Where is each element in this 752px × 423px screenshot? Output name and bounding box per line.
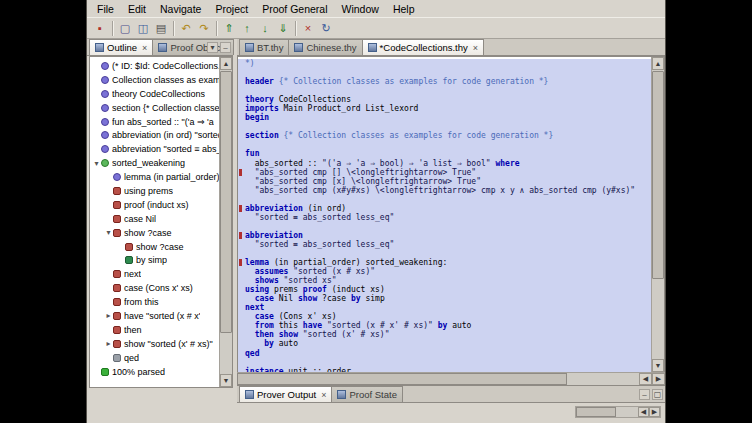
new-file-icon[interactable]: ▢ [116,19,134,37]
code-line[interactable]: "sorted ≡ abs_sorted less_eq" [238,213,651,222]
outline-item[interactable]: fun abs_sorted :: "('a ⇒ 'a [90,115,219,129]
outline-item[interactable]: show ?case [90,240,219,254]
menu-edit[interactable]: Edit [121,2,153,16]
code-line[interactable]: abbreviation [238,231,651,240]
scroll-left-icon[interactable]: ◀ [638,407,649,417]
view-tab-outline[interactable]: Outline× [89,39,153,55]
outline-item[interactable]: by simp [90,253,219,267]
outline-item[interactable]: next [90,267,219,281]
minimize-view-icon[interactable]: – [220,42,231,53]
scroll-up-icon[interactable]: ▲ [652,57,664,70]
minimize-view-icon[interactable]: – [639,389,650,400]
editor-vscrollbar[interactable]: ▲ ▼ [651,57,664,372]
code-line[interactable] [238,68,651,77]
outline-item[interactable]: case Nil [90,212,219,226]
code-line[interactable]: case Nil show ?case by simp [238,294,651,303]
outline-scrollbar[interactable]: ▲ ▼ [219,57,232,387]
code-line[interactable]: using prems proof (induct xs) [238,285,651,294]
outline-scroll-track[interactable] [220,70,232,374]
outline-item[interactable]: 100% parsed [90,365,219,379]
code-line[interactable] [238,249,651,258]
code-line[interactable] [238,140,651,149]
scroll-down-icon[interactable]: ▼ [220,374,232,387]
code-line[interactable]: from this have "sorted (x # x' # xs)" by… [238,321,651,330]
code-line[interactable]: lemma (in partial_order) sorted_weakenin… [238,258,651,267]
save-icon[interactable]: ◫ [134,19,152,37]
menu-window[interactable]: Window [335,2,386,16]
editor-tab-codecollections-thy[interactable]: *CodeCollections.thy× [362,39,484,55]
scroll-down-icon[interactable]: ▼ [652,359,664,372]
code-line[interactable] [238,86,651,95]
outline-item[interactable]: then [90,323,219,337]
code-line[interactable] [238,222,651,231]
menu-project[interactable]: Project [208,2,255,16]
print-icon[interactable]: ▤ [152,19,170,37]
close-icon[interactable]: × [321,390,326,400]
toggle-icon[interactable]: ▾ [92,159,101,168]
code-line[interactable]: shows "sorted xs" [238,276,651,285]
scroll-right-icon[interactable]: ▶ [652,373,665,385]
code-line[interactable]: abs_sorted :: "('a ⇒ 'a ⇒ bool) ⇒ 'a lis… [238,159,651,168]
outline-item[interactable]: abbreviation "sorted ≡ abs_s [90,142,219,156]
code-line[interactable]: qed [238,349,651,358]
outline-item[interactable]: section {* Collection classes [90,101,219,115]
code-line[interactable]: imports Main Product_ord List_lexord [238,104,651,113]
code-line[interactable]: by auto [238,339,651,348]
editor-scroll-track[interactable] [652,70,664,359]
undo-icon[interactable]: ↶ [177,19,195,37]
code-line[interactable] [238,195,651,204]
view-menu-icon[interactable]: ▾ [207,42,218,53]
outline-item[interactable]: Collection classes as examples [90,73,219,87]
editor-tab-bt-thy[interactable]: BT.thy [239,39,289,55]
outline-item[interactable]: abbreviation (in ord) "sorted [90,128,219,142]
editor-scroll-thumb[interactable] [652,71,664,279]
code-line[interactable]: theory CodeCollections [238,95,651,104]
code-line[interactable]: "abs_sorted cmp [x] \<longleftrightarrow… [238,177,651,186]
redo-icon[interactable]: ↷ [195,19,213,37]
maximize-view-icon[interactable]: ▢ [652,389,663,400]
code-line[interactable]: "sorted ≡ abs_sorted less_eq" [238,240,651,249]
menu-proof-general[interactable]: Proof General [255,2,334,16]
menu-file[interactable]: File [90,2,121,16]
code-line[interactable]: case (Cons x' xs) [238,312,651,321]
close-icon[interactable]: × [473,43,478,53]
interrupt-icon[interactable]: × [299,19,317,37]
menu-navigate[interactable]: Navigate [153,2,208,16]
code-line[interactable]: "abs_sorted cmp (x#y#xs) \<longleftright… [238,186,651,195]
next-step-icon[interactable]: ↓ [256,19,274,37]
editor-hscroll-track[interactable] [237,373,639,385]
outline-item[interactable]: (* ID: $Id: CodeCollections.thy,v [90,59,219,73]
editor-hscroll-thumb[interactable] [237,373,567,385]
code-area[interactable]: *) header {* Collection classes as examp… [238,57,651,372]
menu-help[interactable]: Help [386,2,422,16]
undo-step-icon[interactable]: ↑ [238,19,256,37]
goto-end-icon[interactable]: ⇓ [274,19,292,37]
toggle-icon[interactable]: ▸ [104,339,113,348]
view-tab-prover-output[interactable]: Prover Output× [239,386,332,402]
outline-item[interactable]: theory CodeCollections [90,87,219,101]
outline-item[interactable]: lemma (in partial_order) so [90,170,219,184]
code-line[interactable]: section {* Collection classes as example… [238,131,651,140]
code-line[interactable]: *) [238,59,651,68]
outline-item[interactable]: ▾show ?case [90,226,219,240]
code-line[interactable]: begin [238,113,651,122]
view-tab-proof-state[interactable]: Proof State [331,386,403,402]
toggle-icon[interactable]: ▾ [104,228,113,237]
code-line[interactable]: assumes "sorted (x # xs)" [238,267,651,276]
code-line[interactable]: fun [238,149,651,158]
editor-tab-chinese-thy[interactable]: Chinese.thy [288,39,362,55]
outline-item[interactable]: from this [90,295,219,309]
prover-scroll-thumb[interactable] [576,407,616,417]
outline-item[interactable]: qed [90,351,219,365]
scroll-up-icon[interactable]: ▲ [220,57,232,70]
outline-item[interactable]: case (Cons x' xs) [90,281,219,295]
prover-output-scrollbar[interactable]: ◀ ▶ [575,406,661,418]
code-line[interactable]: header {* Collection classes as examples… [238,77,651,86]
prover-scroll-track[interactable] [576,407,638,417]
code-line[interactable]: next [238,303,651,312]
code-line[interactable]: "abs_sorted cmp [] \<longleftrightarrow>… [238,168,651,177]
toggle-icon[interactable]: ▸ [104,311,113,320]
outline-item[interactable]: ▸show "sorted (x' # xs)" [90,337,219,351]
restart-icon[interactable]: ↻ [317,19,335,37]
outline-item[interactable]: ▸have "sorted (x # x' [90,309,219,323]
